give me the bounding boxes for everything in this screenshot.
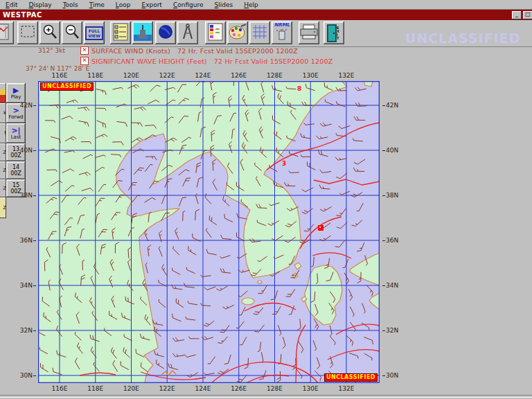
axis-label: 120E — [123, 385, 140, 392]
layer-list-button[interactable] — [110, 21, 131, 44]
axis-label: 118E — [87, 72, 104, 79]
menu-item-edit[interactable]: Edit — [0, 1, 23, 8]
layer-row-wind: ✕ SURFACE WIND (Knots) 72 Hr. Fcst Valid… — [80, 46, 298, 55]
zoom-in-icon — [42, 24, 58, 43]
axis-label: 42N — [382, 102, 398, 109]
axis-label: 34N — [19, 282, 37, 289]
clipped-button[interactable]: Z — [0, 179, 6, 197]
ship-view-button[interactable] — [132, 21, 153, 44]
printer-button[interactable] — [299, 21, 319, 44]
minimize-button[interactable]: _ — [512, 11, 522, 19]
axis-label: 116E — [51, 385, 68, 392]
axis-label: 122E — [159, 385, 175, 392]
classification-banner: UNCLASSIFIED — [405, 30, 516, 46]
zoom-out-button[interactable] — [62, 21, 82, 44]
last-button[interactable]: >|Last — [6, 123, 26, 143]
time-step-button-14[interactable]: 1400Z — [6, 161, 26, 179]
window-title: WESTPAC — [0, 11, 42, 19]
axis-label: 30N — [19, 372, 37, 379]
layer-valid-wave: 72 Hr Fcst Valid 15SEP2000 1200Z — [214, 57, 333, 65]
menu-item-help[interactable]: Help — [238, 1, 264, 8]
area-select-button[interactable] — [17, 21, 38, 44]
globe-button[interactable] — [155, 21, 176, 44]
wind-readout: 312° 3kt — [38, 47, 65, 54]
layer-checkbox-wind[interactable]: ✕ — [80, 46, 89, 55]
layer-row-wave: ✕ SIGNIFICANT WAVE HEIGHT (Feet) 72 Hr F… — [80, 57, 332, 65]
axis-label: 34N — [382, 282, 398, 289]
axis-label: 36N — [382, 237, 398, 244]
axis-label: 130E — [302, 72, 319, 79]
chart-strip-button[interactable] — [0, 21, 14, 44]
clipped-button[interactable]: Z — [0, 161, 6, 179]
axis-label: 124E — [195, 385, 211, 392]
play-button[interactable]: ▶Play — [6, 83, 26, 103]
clipped-button-column: ktZZZZ — [0, 83, 6, 218]
axis-label: 128E — [267, 385, 283, 392]
clipped-button[interactable] — [0, 83, 6, 103]
nrml-spray-button[interactable]: NRML — [272, 21, 292, 44]
layer-valid-wind: 72 Hr. Fcst Valid 15SEP2000 1200Z — [177, 47, 298, 55]
axis-label: 126E — [231, 385, 247, 392]
color-legend-button[interactable] — [205, 21, 226, 44]
axis-label: 32N — [19, 327, 37, 334]
axis-label: 120E — [123, 72, 140, 79]
full-view-icon: FULLVIEW — [85, 26, 103, 40]
svg-text:3: 3 — [282, 160, 286, 167]
axis-label: 40N — [382, 147, 398, 154]
play-button-icon: ▶ — [13, 87, 19, 94]
zoom-out-icon — [64, 24, 80, 43]
exit-door-icon: EXIT — [327, 24, 341, 42]
clipped-button[interactable]: Z — [0, 143, 6, 161]
layer-checkbox-wave[interactable]: ✕ — [80, 57, 89, 65]
compass-tool-button[interactable] — [177, 21, 198, 44]
menu-item-configure[interactable]: Configure — [168, 1, 209, 8]
axis-label: 122E — [159, 72, 175, 79]
axis-label: 128E — [267, 72, 283, 79]
axis-label: 38N — [19, 192, 37, 199]
globe-icon — [157, 24, 174, 43]
chart-strip-icon — [0, 23, 10, 44]
weather-map[interactable]: 38 — [38, 81, 380, 383]
map-view[interactable]: 38 UNCLASSIFIED UNCLASSIFIED — [38, 81, 380, 383]
palette-button[interactable] — [227, 21, 248, 44]
menu-item-slides[interactable]: Slides — [209, 1, 239, 8]
exit-door-button[interactable]: EXIT — [323, 21, 344, 44]
layer-list-icon — [113, 23, 128, 44]
maximize-button[interactable]: □ — [523, 11, 532, 19]
color-legend-icon — [208, 23, 223, 44]
menu-item-display[interactable]: Display — [23, 1, 57, 8]
app-window: EditDisplayToolsTimeLoopExportConfigureS… — [0, 0, 532, 399]
layer-label-wind: SURFACE WIND (Knots) — [91, 47, 170, 55]
menu-item-export[interactable]: Export — [136, 1, 167, 8]
axis-label: 42N — [19, 102, 37, 109]
axis-label: 132E — [338, 385, 355, 392]
bottom-divider — [0, 395, 532, 398]
grid-toggle-icon — [251, 24, 268, 43]
ship-view-icon — [134, 23, 152, 44]
clipped-button[interactable]: t — [0, 123, 6, 143]
layer-label-wave: SIGNIFICANT WAVE HEIGHT (Feet) — [91, 57, 207, 65]
axis-label: 118E — [87, 385, 104, 392]
axis-label: 126E — [231, 72, 247, 79]
full-view-button[interactable]: FULLVIEW — [84, 21, 105, 44]
map-classification-topleft: UNCLASSIFIED — [40, 82, 94, 91]
axis-label: 124E — [195, 72, 211, 79]
menu-item-loop[interactable]: Loop — [110, 1, 136, 8]
compass-tool-icon — [179, 23, 196, 44]
zoom-in-button[interactable] — [39, 21, 60, 44]
menu-bar: EditDisplayToolsTimeLoopExportConfigureS… — [0, 0, 532, 10]
axis-label: 40N — [19, 147, 37, 154]
axis-label: 116E — [51, 72, 68, 79]
palette-icon — [229, 24, 247, 43]
axis-label: 32N — [382, 327, 398, 334]
menu-item-time[interactable]: Time — [84, 1, 110, 8]
axis-label: 132E — [338, 72, 355, 79]
menu-item-tools[interactable]: Tools — [57, 1, 84, 8]
title-bar[interactable]: WESTPAC _ □ — [0, 10, 532, 20]
clipped-button[interactable]: Z — [0, 197, 6, 218]
grid-toggle-button[interactable] — [249, 21, 270, 44]
nrml-spray-icon: NRML — [274, 23, 290, 43]
clipped-button[interactable]: k — [0, 103, 6, 123]
svg-text:8: 8 — [297, 85, 301, 92]
axis-label: 36N — [19, 237, 37, 244]
